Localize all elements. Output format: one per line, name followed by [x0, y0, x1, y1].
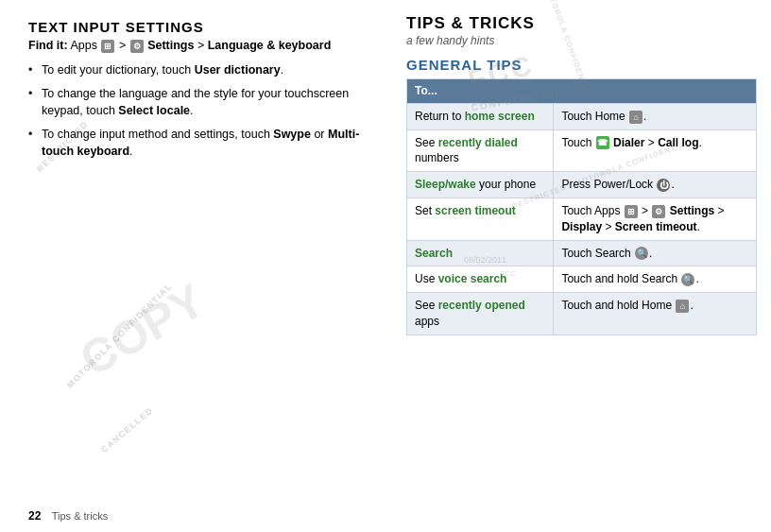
bullet-item-3: To change input method and settings, tou…: [28, 127, 378, 160]
page-number-container: 22 Tips & tricks: [28, 509, 108, 523]
table-cell-instruction: Touch ☎ Dialer > Call log.: [554, 129, 757, 172]
right-column: TIPS & TRICKS a few handy hints GENERAL …: [397, 0, 771, 532]
table-cell-action: Return to home screen: [407, 103, 554, 129]
display-label: Display: [561, 220, 602, 233]
table-cell-instruction: Touch Home ⌂.: [554, 103, 757, 129]
user-dictionary-label: User dictionary: [195, 63, 281, 77]
general-tips-title: GENERAL TIPS: [406, 57, 757, 73]
calllog-label: Call log: [658, 136, 698, 149]
power-icon: ⏻: [657, 179, 670, 192]
left-column: TEXT INPUT SETTINGS Find it: Apps ⊞ > ⚙ …: [0, 0, 397, 532]
table-row: See recently opened apps Touch and hold …: [407, 293, 757, 335]
recently-opened-highlight: recently opened: [438, 299, 525, 312]
table-row: Search Touch Search 🔍.: [407, 240, 757, 266]
table-cell-instruction: Press Power/Lock ⏻.: [554, 172, 757, 198]
table-cell-instruction: Touch and hold Search 🔍.: [554, 266, 757, 293]
table-cell-action: Use voice search: [407, 266, 554, 293]
settings-icon: ⚙: [130, 40, 144, 53]
left-section-title: TEXT INPUT SETTINGS: [28, 19, 378, 35]
table-cell-action: See recently opened apps: [407, 293, 554, 335]
search-highlight: Search: [415, 247, 453, 260]
swype-label: Swype: [273, 128, 311, 141]
page: TEXT INPUT SETTINGS Find it: Apps ⊞ > ⚙ …: [0, 0, 771, 532]
table-cell-action: Search: [407, 240, 554, 266]
table-cell-instruction: Touch Apps ⊞ > ⚙ Settings > Display > Sc…: [554, 197, 757, 240]
home-icon-2: ⌂: [676, 300, 689, 313]
voice-search-highlight: voice search: [438, 272, 507, 285]
table-header-row: To...: [407, 79, 757, 104]
tips-table: To... Return to home screen Touch Home ⌂…: [406, 78, 757, 335]
apps-icon: ⊞: [101, 40, 114, 53]
table-cell-instruction: Touch and hold Home ⌂.: [554, 293, 757, 335]
settings-label: Settings: [147, 39, 194, 52]
screen-timeout-label: Screen timeout: [615, 220, 697, 233]
apps-icon-2: ⊞: [625, 205, 638, 218]
bullet-item-2: To change the language and the style for…: [28, 86, 378, 119]
tips-subtitle: a few handy hints: [406, 34, 757, 47]
screen-timeout-highlight: screen timeout: [435, 204, 515, 217]
multitouch-label: Multi-touch keyboard: [42, 128, 359, 158]
search-icon-2: 🔍: [681, 273, 694, 286]
dialer-label: Dialer: [613, 136, 644, 149]
table-header-cell: To...: [407, 79, 757, 104]
table-row: Sleep/wake your phone Press Power/Lock ⏻…: [407, 172, 757, 198]
language-label: Language & keyboard: [208, 39, 332, 52]
page-number: 22: [28, 509, 41, 523]
table-row: Set screen timeout Touch Apps ⊞ > ⚙ Sett…: [407, 197, 757, 240]
table-cell-action: Set screen timeout: [407, 197, 554, 240]
bullet-list: To edit your dictionary, touch User dict…: [28, 62, 378, 161]
home-screen-highlight: home screen: [465, 110, 535, 123]
home-icon: ⌂: [629, 111, 642, 124]
table-row: See recently dialed numbers Touch ☎ Dial…: [407, 129, 757, 172]
table-row: Use voice search Touch and hold Search 🔍…: [407, 266, 757, 293]
find-it-line: Find it: Apps ⊞ > ⚙ Settings > Language …: [28, 39, 378, 53]
search-icon: 🔍: [635, 247, 648, 260]
sleep-wake-highlight: Sleep/wake: [415, 178, 476, 191]
find-it-label: Find it:: [28, 39, 68, 52]
recently-dialed-highlight: recently dialed: [438, 136, 518, 149]
select-locale-label: Select locale: [118, 104, 190, 117]
bullet-item-1: To edit your dictionary, touch User dict…: [28, 62, 378, 79]
table-cell-instruction: Touch Search 🔍.: [554, 240, 757, 266]
table-cell-action: See recently dialed numbers: [407, 129, 554, 172]
dialer-icon: ☎: [596, 136, 609, 149]
table-row: Return to home screen Touch Home ⌂.: [407, 103, 757, 129]
tips-title: TIPS & TRICKS: [406, 14, 757, 33]
settings-icon-2: ⚙: [652, 205, 665, 218]
table-cell-action: Sleep/wake your phone: [407, 172, 554, 198]
settings-label-2: Settings: [670, 204, 714, 217]
page-label: Tips & tricks: [52, 510, 109, 522]
